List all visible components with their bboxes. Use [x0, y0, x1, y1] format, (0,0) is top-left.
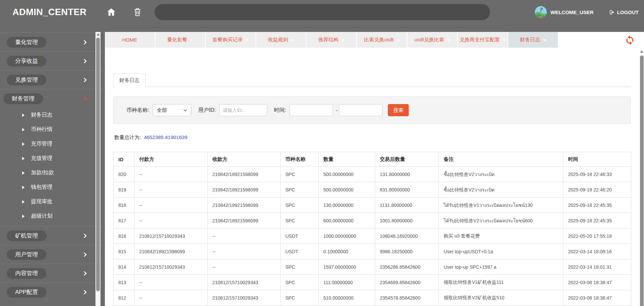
- table-cell: 2022-03-08 18:38:47: [563, 275, 631, 290]
- tab-8[interactable]: 财务日志×: [508, 32, 558, 48]
- sidebar-subitem-4[interactable]: 加款/扣款: [0, 166, 105, 180]
- scroll-up-arrow-icon[interactable]: [96, 33, 100, 36]
- table-cell: --: [208, 228, 281, 244]
- topbar: ADMIN_CENTER WELCOME_USER: [0, 0, 644, 32]
- scroll-up-arrow-icon[interactable]: [640, 50, 643, 53]
- divider: [113, 87, 631, 87]
- finance-log-table: ID付款方收款方币种名称数量交易后数量备注时间 820--210842/1892…: [113, 152, 631, 306]
- tab-4[interactable]: 推荐结构×: [307, 32, 356, 48]
- tab-1[interactable]: 量化套餐×: [155, 32, 205, 48]
- table-cell: SPC: [281, 290, 319, 306]
- table-cell: 2025-09-18 22:46:33: [563, 167, 631, 182]
- tab-5[interactable]: 比索兑换usdt×: [357, 32, 407, 48]
- search-button[interactable]: 搜索: [388, 104, 409, 116]
- tab-close-icon[interactable]: ×: [447, 37, 450, 42]
- sidebar-subitem-2[interactable]: 充币管理: [0, 137, 105, 151]
- sidebar: 量化管理分享收益兑换管理财务管理财务日志币种行情充币管理充值管理加款/扣款钱包管…: [0, 32, 105, 306]
- table-cell: 814: [114, 259, 134, 275]
- sidebar-item-0[interactable]: 量化管理: [0, 33, 105, 51]
- sidebar-subitem-6[interactable]: 提现审批: [0, 194, 105, 209]
- table-cell: 210842/18921598099: [134, 244, 208, 259]
- app-title: ADMIN_CENTER: [12, 7, 87, 17]
- sidebar-group: 财务管理财务日志币种行情充币管理充值管理加款/扣款钱包管理提现审批超级计划: [0, 89, 105, 226]
- tab-6[interactable]: usdt兑换比索×: [407, 32, 457, 48]
- sidebar-subitem-0[interactable]: 财务日志: [0, 108, 105, 122]
- table-cell: 领取比特怪兽V1矿机收益111: [439, 275, 563, 290]
- sidebar-subitem-3[interactable]: 充值管理: [0, 151, 105, 166]
- sidebar-subitem-7[interactable]: 超级计划: [0, 209, 105, 223]
- sidebar-subitem-label: 财务日志: [31, 112, 52, 119]
- tab-close-icon[interactable]: ×: [503, 37, 506, 42]
- sidebar-item-5[interactable]: 用户管理: [0, 245, 105, 264]
- logout-button[interactable]: LOGOUT: [609, 9, 639, 15]
- table-cell: 2025-09-18 22:45:35: [563, 213, 631, 228]
- table-cell: User top-upUSDT+0.1a: [439, 244, 563, 259]
- table-cell: 815: [114, 244, 134, 259]
- tab-label: 收益规则: [268, 37, 288, 43]
- tab-close-icon[interactable]: ×: [397, 37, 400, 42]
- sidebar-item-6[interactable]: 内容管理: [0, 264, 105, 282]
- main-scrollbar-thumb[interactable]: [640, 55, 644, 306]
- time-start-input[interactable]: [289, 104, 333, 116]
- time-end-input[interactable]: [339, 104, 383, 116]
- refresh-icon[interactable]: [625, 35, 635, 45]
- table-cell: 500.00000000: [319, 167, 375, 182]
- sidebar-item-2[interactable]: 兑换管理: [0, 71, 105, 89]
- table-cell: USDT: [281, 228, 319, 244]
- trash-icon[interactable]: [132, 7, 143, 17]
- sidebar-item-1[interactable]: 分享收益: [0, 52, 105, 70]
- tab-close-icon[interactable]: ×: [190, 37, 193, 42]
- user-id-label: 用户ID:: [198, 107, 215, 114]
- sidebar-scrollbar-thumb[interactable]: [96, 38, 100, 291]
- tab-0[interactable]: HOME: [105, 32, 155, 48]
- tab-7[interactable]: 兑换商支付宝配置×: [458, 32, 508, 48]
- table-cell: ได้รับ比特怪兽V1วางระเบิดผลประโยชน์130: [439, 198, 563, 213]
- tab-2[interactable]: 套餐购买记录×: [206, 32, 255, 48]
- coin-select[interactable]: 全部: [153, 104, 191, 116]
- user-id-input[interactable]: [219, 104, 267, 116]
- sidebar-group: 矿机管理: [0, 226, 105, 245]
- sidebar-item-7[interactable]: APP配置: [0, 283, 105, 301]
- table-row: 816210812/15710029343--USDT1000.00000000…: [114, 228, 631, 244]
- table-row: 820--210842/18921598099SPC500.0000000013…: [114, 167, 631, 182]
- tab-close-icon[interactable]: ×: [341, 37, 345, 42]
- logout-icon: [609, 9, 615, 15]
- table-cell: 9986.18250000: [375, 244, 439, 259]
- chevron-right-icon: [83, 58, 88, 63]
- topbar-search-input[interactable]: [155, 4, 490, 20]
- section-tab[interactable]: 财务日志: [113, 74, 146, 87]
- table-cell: 818: [114, 198, 134, 213]
- table-cell: 210812/15710029343: [208, 290, 281, 306]
- table-cell: --: [134, 290, 208, 306]
- table-cell: 510.00000000: [319, 290, 375, 306]
- chevron-right-icon: [83, 233, 88, 238]
- sidebar-item-3[interactable]: 财务管理: [0, 89, 105, 108]
- sidebar-item-label: 内容管理: [7, 268, 46, 279]
- sidebar-item-4[interactable]: 矿机管理: [0, 226, 105, 245]
- table-cell: 领取比特怪兽V2矿机收益510: [439, 290, 563, 306]
- table-cell: --: [134, 213, 208, 228]
- table-cell: 2022-03-08 18:38:47: [563, 290, 631, 306]
- tab-3[interactable]: 收益规则×: [256, 32, 306, 48]
- sidebar-item-label: 财务管理: [3, 93, 43, 104]
- sidebar-subitem-5[interactable]: 钱包管理: [0, 180, 105, 194]
- chevron-right-icon: [83, 96, 88, 101]
- tab-close-icon[interactable]: ×: [543, 37, 546, 42]
- sidebar-group: 量化管理: [0, 33, 105, 51]
- sidebar-subitem-label: 提现审批: [31, 198, 52, 205]
- tab-close-icon[interactable]: ×: [246, 37, 249, 42]
- sidebar-group: 用户管理: [0, 245, 105, 264]
- table-cell: 600.00000000: [319, 213, 375, 228]
- triangle-right-icon: [22, 142, 25, 146]
- avatar[interactable]: [535, 6, 547, 18]
- home-icon[interactable]: [106, 7, 116, 17]
- sidebar-subitem-1[interactable]: 币种行情: [0, 122, 105, 137]
- coin-select-value: 全部: [157, 107, 167, 114]
- sidebar-subitem-label: 充币管理: [31, 140, 52, 147]
- table-cell: 2022-03-14 18:01:31: [563, 259, 631, 275]
- tab-close-icon[interactable]: ×: [291, 37, 294, 42]
- chevron-right-icon: [83, 40, 88, 45]
- table-cell: --: [134, 182, 208, 198]
- table-cell: --: [208, 259, 281, 275]
- table-cell: 130.00000000: [319, 198, 375, 213]
